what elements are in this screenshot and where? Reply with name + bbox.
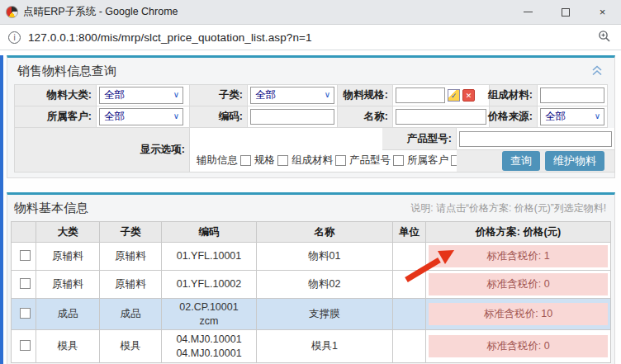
display-options-label: 显示选项: <box>15 128 190 173</box>
row-checkbox[interactable] <box>20 278 31 289</box>
close-button[interactable]: × <box>584 0 621 24</box>
page-content: 销售物料信息查询 物料大类: 全部∨ 子类: 全部∨ 物料规格: ✓ ✕ 组成材… <box>0 55 621 364</box>
spec-picker-icon[interactable]: ✓ <box>448 89 460 102</box>
query-button[interactable]: 查询 <box>502 151 540 171</box>
spec-input[interactable] <box>396 87 445 103</box>
header-unit: 单位 <box>393 222 426 243</box>
chevron-down-icon: ∨ <box>173 111 179 121</box>
customer-label: 所属客户: <box>15 106 97 128</box>
window-title: 点晴ERP子系统 - Google Chrome <box>23 5 178 19</box>
material-panel-title: 物料基本信息 <box>14 201 88 216</box>
url-text[interactable]: 127.0.0.1:800/mis/mrp/slct_price_quotati… <box>28 31 312 44</box>
minimize-icon <box>524 12 533 12</box>
left-accent-strip <box>0 55 3 364</box>
collapse-icon[interactable] <box>591 65 603 78</box>
header-name: 名称 <box>257 222 393 243</box>
material-panel: 物料基本信息 说明: 请点击“价格方案: 价格(元)”列选定物料! 大类 子类 … <box>7 192 615 364</box>
query-panel: 销售物料信息查询 物料大类: 全部∨ 子类: 全部∨ 物料规格: ✓ ✕ 组成材… <box>7 55 615 178</box>
header-checkbox <box>12 222 36 243</box>
maximize-button[interactable] <box>547 0 584 24</box>
table-row: 成品 成品 02.CP.10001 zcm 支撑膜 标准含税价: 10 <box>12 299 611 330</box>
spec-clear-icon[interactable]: ✕ <box>462 89 475 102</box>
checkbox[interactable] <box>393 155 404 166</box>
name-label: 名称: <box>338 106 393 128</box>
checkbox[interactable] <box>277 155 288 166</box>
selection-note: 说明: 请点击“价格方案: 价格(元)”列选定物料! <box>410 201 609 215</box>
annotation-arrow <box>401 245 461 285</box>
close-icon: × <box>600 6 606 18</box>
customer-select[interactable]: 全部∨ <box>99 108 183 125</box>
price-source-select[interactable]: 全部∨ <box>540 108 604 125</box>
chevron-down-icon: ∨ <box>325 90 330 99</box>
header-price-plan: 价格方案: 价格(元) <box>426 222 611 243</box>
code-label: 编码: <box>190 106 248 128</box>
price-source-label: 价格来源: <box>490 106 538 128</box>
header-category: 大类 <box>36 222 100 243</box>
checkbox[interactable] <box>335 155 346 166</box>
app-favicon <box>6 6 18 18</box>
address-bar[interactable]: i 127.0.0.1:800/mis/mrp/slct_price_quota… <box>0 25 621 50</box>
product-model-input[interactable] <box>459 131 612 147</box>
subcategory-select[interactable]: 全部∨ <box>250 87 334 104</box>
page-info-icon[interactable]: i <box>8 31 21 44</box>
zoom-in-icon[interactable] <box>598 30 611 45</box>
window-controls: × <box>510 0 621 24</box>
material-input[interactable] <box>540 87 604 103</box>
table-row: 原辅料 原辅料 01.YFL.10002 物料02 标准含税价: 0 <box>12 271 611 299</box>
row-checkbox[interactable] <box>20 340 31 351</box>
category-label: 物料大类: <box>15 85 97 106</box>
chevron-down-icon: ∨ <box>173 90 179 99</box>
chevron-down-icon: ∨ <box>595 111 600 121</box>
option-customer[interactable]: 所属客户 <box>407 154 462 168</box>
window-titlebar: 点晴ERP子系统 - Google Chrome × <box>0 0 621 25</box>
category-select[interactable]: 全部∨ <box>99 87 183 104</box>
option-aux-info[interactable]: 辅助信息 <box>197 154 251 168</box>
header-code: 编码 <box>162 222 257 243</box>
code-input[interactable] <box>250 109 334 125</box>
maximize-icon <box>562 8 570 17</box>
table-row: 原辅料 原辅料 01.YFL.10001 物料01 标准含税价: 1 <box>12 243 611 271</box>
row-checkbox[interactable] <box>20 308 31 319</box>
price-cell[interactable]: 标准含税价: 0 <box>429 335 608 357</box>
query-panel-title: 销售物料信息查询 <box>17 64 116 79</box>
table-header-row: 大类 子类 编码 名称 单位 价格方案: 价格(元) <box>12 222 611 243</box>
maintain-material-button[interactable]: 维护物料 <box>545 151 604 171</box>
checkbox[interactable] <box>240 155 251 166</box>
query-form: 物料大类: 全部∨ 子类: 全部∨ 物料规格: ✓ ✕ 组成材料: 所属客户: … <box>14 84 608 173</box>
price-cell[interactable]: 标准含税价: 10 <box>429 303 608 325</box>
material-table: 大类 子类 编码 名称 单位 价格方案: 价格(元) 原辅料 原辅料 01.YF… <box>11 221 611 363</box>
header-subcategory: 子类 <box>100 222 162 243</box>
table-row: 模具 模具 04.MJ0.10001 04.MJ0.10001 模具1 标准含税… <box>12 330 611 363</box>
minimize-button[interactable] <box>510 0 547 24</box>
subcategory-label: 子类: <box>190 85 248 106</box>
row-checkbox[interactable] <box>20 250 31 261</box>
name-input[interactable] <box>396 109 486 125</box>
option-model[interactable]: 产品型号 <box>349 154 404 168</box>
option-material[interactable]: 组成材料 <box>292 154 346 168</box>
option-spec[interactable]: 规格 <box>254 154 288 168</box>
spec-label: 物料规格: <box>338 85 393 106</box>
product-model-label: 产品型号: <box>382 128 457 150</box>
material-label: 组成材料: <box>490 85 538 106</box>
